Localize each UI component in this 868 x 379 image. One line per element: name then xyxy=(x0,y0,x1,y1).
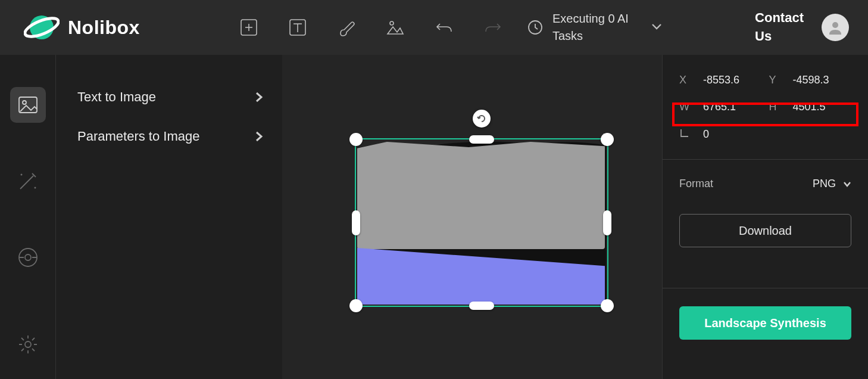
avatar[interactable] xyxy=(822,14,849,41)
rail-magic-icon[interactable] xyxy=(10,163,46,199)
resize-handle-bottom[interactable] xyxy=(469,302,494,310)
contact-line2: Us xyxy=(755,27,804,46)
brand-name: Nolibox xyxy=(68,17,140,39)
person-icon xyxy=(827,19,844,36)
selected-object[interactable] xyxy=(355,138,608,307)
divider xyxy=(663,288,868,288)
format-label: Format xyxy=(679,178,713,190)
prop-rotation-icon xyxy=(679,128,696,141)
rotate-handle[interactable] xyxy=(473,110,491,128)
menu-parameters-to-image[interactable]: Parameters to Image xyxy=(56,117,282,156)
svg-point-12 xyxy=(23,101,26,104)
chevron-right-icon xyxy=(254,92,264,102)
rail-target-icon[interactable] xyxy=(10,240,46,275)
resize-handle-right[interactable] xyxy=(603,210,611,235)
prop-x-value[interactable]: -8553.6 xyxy=(703,74,762,86)
add-frame-icon[interactable] xyxy=(238,17,260,38)
prop-y-value[interactable]: -4598.3 xyxy=(793,74,852,86)
format-value: PNG xyxy=(813,178,836,190)
resize-handle-tr[interactable] xyxy=(601,133,614,146)
resize-handle-tl[interactable] xyxy=(349,133,363,146)
landscape-synthesis-label: Landscape Synthesis xyxy=(704,316,826,330)
shape-grey-layer xyxy=(357,142,605,249)
svg-point-13 xyxy=(34,187,36,189)
main-area: Text to Image Parameters to Image xyxy=(0,55,868,379)
download-button[interactable]: Download xyxy=(679,214,851,247)
menu-text-to-image[interactable]: Text to Image xyxy=(56,77,282,117)
rail-image-icon[interactable] xyxy=(10,87,46,123)
svg-point-17 xyxy=(25,341,31,347)
logo-planet-icon xyxy=(24,10,60,45)
tasks-status-text: Executing 0 AI Tasks xyxy=(552,10,629,45)
redo-icon[interactable] xyxy=(482,17,504,38)
svg-point-14 xyxy=(20,174,22,176)
landscape-tool-icon[interactable] xyxy=(385,17,406,38)
landscape-synthesis-button[interactable]: Landscape Synthesis xyxy=(679,306,851,340)
top-bar: Nolibox Executing 0 AI Tasks xyxy=(0,0,868,55)
tasks-line1: Executing 0 AI xyxy=(552,10,629,27)
resize-handle-top[interactable] xyxy=(469,135,494,144)
contact-us-link[interactable]: Contact Us xyxy=(755,9,804,46)
prop-y-label: Y xyxy=(769,74,786,86)
canvas[interactable] xyxy=(282,55,662,379)
svg-point-8 xyxy=(390,21,394,25)
toolbar xyxy=(238,17,504,38)
chevron-down-icon[interactable] xyxy=(650,20,663,35)
left-rail xyxy=(0,55,56,379)
brush-tool-icon[interactable] xyxy=(336,17,357,38)
logo[interactable]: Nolibox xyxy=(24,10,232,45)
highlight-box xyxy=(672,102,858,126)
tasks-status[interactable]: Executing 0 AI Tasks xyxy=(527,10,663,45)
prop-rotation-value[interactable]: 0 xyxy=(703,128,762,141)
side-panel: Text to Image Parameters to Image xyxy=(56,55,282,379)
rail-settings-icon[interactable] xyxy=(10,327,46,362)
chevron-down-icon xyxy=(843,180,851,188)
format-select[interactable]: PNG xyxy=(813,178,851,190)
tasks-line2: Tasks xyxy=(552,27,629,45)
resize-handle-bl[interactable] xyxy=(349,299,363,312)
undo-icon[interactable] xyxy=(433,17,455,38)
text-tool-icon[interactable] xyxy=(287,17,308,38)
contact-line1: Contact xyxy=(755,9,804,27)
clock-icon xyxy=(527,20,543,35)
svg-point-16 xyxy=(25,254,31,260)
svg-point-10 xyxy=(832,22,838,28)
divider xyxy=(663,159,868,160)
resize-handle-br[interactable] xyxy=(601,299,614,312)
resize-handle-left[interactable] xyxy=(352,210,360,235)
prop-x-label: X xyxy=(679,74,696,86)
properties-panel: X -8553.6 Y -4598.3 W 6765.1 H 4501.5 0 … xyxy=(662,55,868,379)
download-button-label: Download xyxy=(739,224,792,238)
menu-item-label: Text to Image xyxy=(77,89,156,105)
menu-item-label: Parameters to Image xyxy=(77,129,199,144)
chevron-right-icon xyxy=(254,131,264,142)
